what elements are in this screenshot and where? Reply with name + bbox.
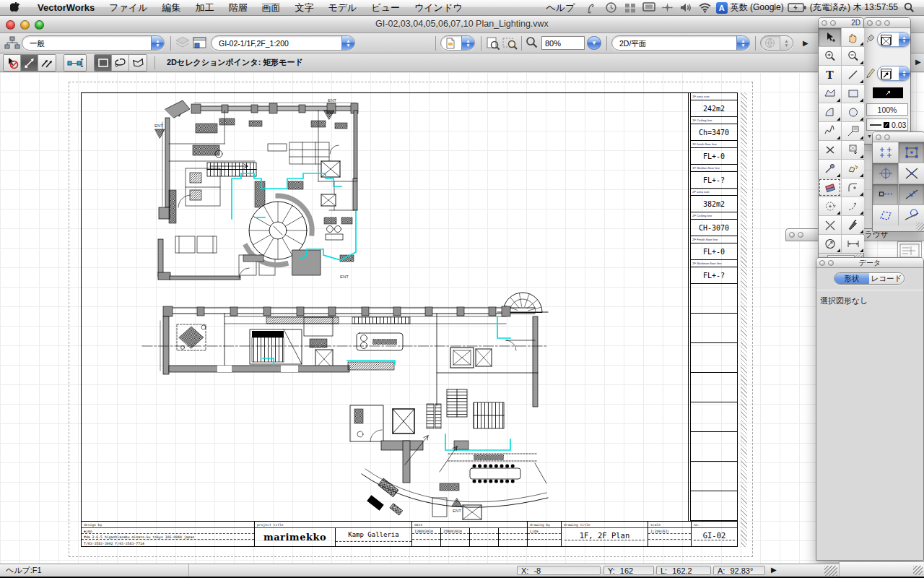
length-field[interactable]: L:162.2: [656, 566, 711, 575]
clip-tool[interactable]: [842, 141, 864, 159]
menu-model[interactable]: モデル: [321, 0, 364, 16]
line-tool[interactable]: [842, 66, 864, 84]
eyedropper-tool[interactable]: [819, 160, 841, 178]
angle-field[interactable]: A:92.83°: [713, 566, 765, 575]
rectangle-tool[interactable]: [842, 85, 864, 103]
phone-icon[interactable]: [585, 1, 601, 15]
dimension-tool[interactable]: [842, 235, 864, 253]
knife-tool[interactable]: [842, 216, 864, 234]
mode-no-interactive-icon[interactable]: [4, 55, 21, 71]
pan-tool[interactable]: [842, 28, 864, 46]
menu-layer[interactable]: 階層: [221, 0, 254, 16]
render-select[interactable]: ▲▼: [760, 35, 793, 51]
toolbar-overflow-icon[interactable]: ▶: [803, 39, 808, 47]
menu-edit[interactable]: 編集: [154, 0, 188, 16]
palette-close-icon[interactable]: [789, 232, 795, 238]
wifi-icon[interactable]: [697, 1, 713, 15]
zoom-icon[interactable]: [526, 36, 539, 50]
menu-help[interactable]: ヘルプ: [539, 0, 583, 16]
volume-icon[interactable]: [679, 1, 694, 15]
snap-palette-title-bar[interactable]: [873, 132, 924, 142]
window-resize-grip[interactable]: [824, 566, 837, 576]
delete-tool[interactable]: [819, 141, 841, 159]
palette-collapse-icon[interactable]: [798, 232, 803, 238]
drawing-canvas[interactable]: ENT ENT ENT: [0, 72, 924, 564]
saved-views-icon[interactable]: [192, 36, 207, 51]
attributes-palette-title-bar[interactable]: [864, 18, 910, 28]
marker-left-drop-icon[interactable]: ▼: [867, 134, 872, 139]
palette-resize-grip[interactable]: [913, 566, 923, 575]
offset-tool[interactable]: [819, 235, 841, 253]
class-select[interactable]: 一般 ▲▼: [22, 35, 165, 51]
snap-to-distance[interactable]: [873, 184, 898, 204]
coord-y-field[interactable]: Y:162: [603, 566, 654, 575]
text-tool[interactable]: T: [819, 66, 841, 84]
input-source-icon[interactable]: A: [716, 2, 728, 14]
arc-tool[interactable]: [819, 103, 841, 121]
fill-style-select[interactable]: ▲▼: [877, 32, 910, 47]
view-select[interactable]: GI-02-1/1F,2F_1:200 ▲▼: [211, 35, 355, 51]
palette-close-icon[interactable]: [821, 20, 827, 26]
palette-collapse-icon[interactable]: [884, 134, 890, 140]
fit-page-zoom-icon[interactable]: [486, 36, 500, 51]
class-hierarchy-icon[interactable]: [4, 36, 20, 50]
zoom-in-tool[interactable]: [819, 47, 841, 65]
battery-label[interactable]: (充電済み): [810, 1, 850, 14]
zoom-input[interactable]: [541, 36, 585, 50]
pen-color-swatch[interactable]: [873, 87, 903, 98]
snap-to-edge[interactable]: [873, 205, 898, 225]
sync-icon[interactable]: [660, 1, 676, 15]
zoom-preset-button[interactable]: ▼: [587, 36, 601, 50]
battery-icon[interactable]: [787, 1, 807, 15]
palette-collapse-icon[interactable]: [876, 20, 881, 26]
palette-close-icon[interactable]: [819, 260, 825, 266]
window-title-bar[interactable]: GI-02,03,04,05,06,07,10 Plan_Lighting.vw…: [0, 16, 924, 33]
tab-shape[interactable]: 形状: [834, 273, 869, 284]
snap-to-intersection[interactable]: [899, 163, 924, 184]
time-machine-icon[interactable]: [603, 1, 619, 15]
polygon-lasso-mode-icon[interactable]: [129, 55, 147, 71]
snap-to-object[interactable]: [899, 142, 924, 163]
page-select[interactable]: ▲▼: [440, 35, 475, 51]
menu-clock[interactable]: 木 13:57:55: [853, 1, 898, 14]
mode-interactive-all-icon[interactable]: [38, 55, 56, 71]
layers-icon[interactable]: [175, 36, 190, 49]
constrain-working-plane[interactable]: [899, 184, 924, 204]
tab-record[interactable]: レコード: [869, 273, 904, 284]
coord-x-field[interactable]: X:-8: [517, 566, 601, 575]
palette-collapse-icon[interactable]: [828, 260, 834, 266]
data-palette-title-bar[interactable]: データ: [816, 258, 923, 268]
snap-to-angle[interactable]: [873, 163, 898, 184]
menu-window[interactable]: ウインドウ: [407, 0, 470, 16]
ellipse-tool[interactable]: [842, 103, 864, 121]
palette-zoom-icon[interactable]: [884, 20, 890, 26]
pen-style-select[interactable]: ▲▼: [877, 66, 910, 81]
freehand-tool[interactable]: [819, 122, 841, 140]
curve-connect-tool[interactable]: [842, 197, 864, 215]
displays-icon[interactable]: [641, 1, 657, 15]
callout-tool[interactable]: [842, 122, 864, 140]
resource-browser-title-left[interactable]: [785, 228, 819, 241]
palette-collapse-icon[interactable]: [830, 20, 836, 26]
selection-tool[interactable]: [819, 28, 841, 46]
apple-menu[interactable]: [0, 0, 30, 16]
lasso-mode-icon[interactable]: [112, 55, 129, 71]
menu-file[interactable]: ファイル: [102, 0, 154, 16]
move-by-points-tool[interactable]: [842, 160, 864, 178]
input-source-label[interactable]: 英数 (Google): [731, 1, 784, 14]
line-weight-field[interactable]: 0.03: [866, 118, 908, 131]
menu-app[interactable]: VectorWorks: [30, 0, 102, 16]
marquee-rect-mode-icon[interactable]: [95, 55, 112, 71]
fillet-tool[interactable]: [842, 178, 864, 197]
menu-modify[interactable]: 加工: [188, 0, 221, 16]
interactive-scale-icon[interactable]: [64, 55, 86, 71]
snap-palette-resize-grip[interactable]: [916, 223, 924, 230]
statusbar-overflow-icon[interactable]: ▶: [771, 566, 777, 574]
palette-close-icon[interactable]: [876, 134, 881, 140]
menu-text[interactable]: 文字: [287, 0, 321, 16]
zoom-out-tool[interactable]: [842, 47, 864, 65]
opacity-field[interactable]: 100%: [866, 103, 908, 116]
menu-view[interactable]: ビュー: [364, 0, 407, 16]
palette-close-icon[interactable]: [867, 20, 873, 26]
modebar-overflow-icon[interactable]: ▶: [915, 58, 921, 66]
